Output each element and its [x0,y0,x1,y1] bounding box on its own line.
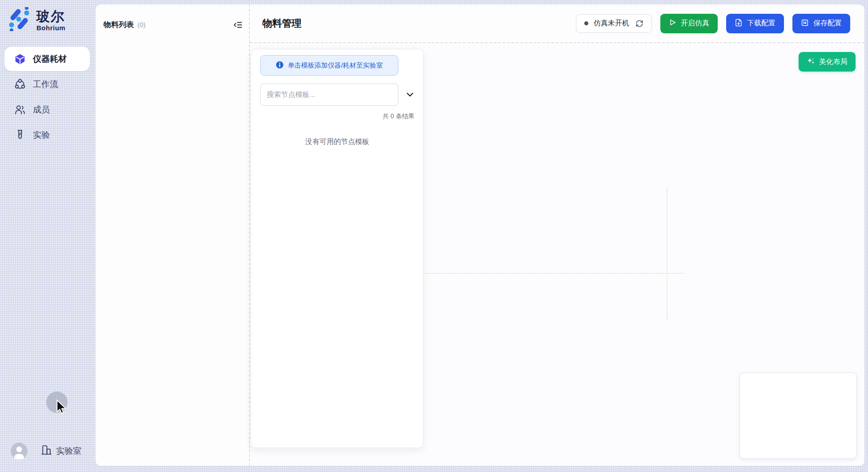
start-simulation-label: 开启仿真 [681,19,709,28]
lab-entry-label: 实验室 [56,445,81,457]
file-download-icon [735,19,743,28]
content-pane: 物料管理 仿真未开机 [250,4,864,466]
cube-icon [14,53,26,65]
beautify-layout-label: 美化布局 [819,57,848,67]
info-banner-text: 单击模板添加仪器/耗材至实验室 [288,61,383,70]
sidebar-item-label: 成员 [33,104,50,116]
sidebar-item-workflow[interactable]: 工作流 [4,72,90,96]
brand-name-en: Bohrium [36,24,65,32]
user-avatar[interactable] [11,443,28,460]
node-template-panel: 单击模板添加仪器/耗材至实验室 共 0 条结果 [251,49,423,448]
flow-canvas[interactable]: 单击模板添加仪器/耗材至实验室 共 0 条结果 [250,43,864,466]
sparkles-icon [807,57,815,67]
main-panel: 物料列表 (0) 物料管理 仿真未开机 [96,4,864,466]
canvas-guide-line-vertical [667,188,667,320]
lab-entry[interactable]: 实验室 [41,444,81,458]
page-title: 物料管理 [262,17,301,30]
start-simulation-button[interactable]: 开启仿真 [660,14,718,33]
canvas-guide-line-horizontal [425,273,683,274]
status-dot [584,21,588,25]
search-template-input[interactable] [260,84,398,106]
materials-list-count: (0) [137,21,145,28]
materials-list-title: 物料列表 [104,20,134,30]
sidebar-item-label: 仪器耗材 [33,53,67,65]
sidebar-menu: 仪器耗材 工作流 成员 [4,47,90,148]
info-icon [276,61,284,70]
save-config-label: 保存配置 [813,19,842,28]
header-actions: 仿真未开机 [576,14,850,33]
users-icon [14,104,26,116]
workflow-icon [14,79,26,90]
beautify-layout-button[interactable]: 美化布局 [799,52,856,72]
save-icon [801,19,809,28]
refresh-icon[interactable] [635,20,643,28]
materials-list-pane: 物料列表 (0) [96,4,250,466]
simulation-status-label: 仿真未开机 [594,19,629,28]
sidebar-item-label: 工作流 [33,79,58,90]
brand-logo[interactable]: 玻尔 Bohrium [7,7,65,33]
result-count: 共 0 条结果 [260,112,414,120]
info-banner[interactable]: 单击模板添加仪器/耗材至实验室 [260,55,398,76]
building-icon [41,444,52,458]
simulation-status-pill: 仿真未开机 [576,14,652,33]
download-config-label: 下载配置 [747,19,776,28]
brand-name-cn: 玻尔 [36,9,65,24]
chevron-down-icon[interactable] [405,89,415,100]
bohrium-logo-icon [7,7,31,33]
content-header: 物料管理 仿真未开机 [250,4,864,43]
play-icon [669,19,676,28]
test-tube-icon [14,129,26,141]
sidebar-item-label: 实验 [33,129,50,141]
empty-template-text: 没有可用的节点模板 [260,137,414,147]
collapse-list-icon[interactable] [233,20,243,30]
download-config-button[interactable]: 下载配置 [726,14,784,33]
mouse-cursor [55,400,68,417]
sidebar-footer: 实验室 [11,443,81,460]
sidebar-item-members[interactable]: 成员 [4,97,90,122]
minimap[interactable] [739,372,857,459]
sidebar-item-instruments[interactable]: 仪器耗材 [4,47,90,71]
save-config-button[interactable]: 保存配置 [792,14,850,33]
sidebar-item-experiments[interactable]: 实验 [4,123,90,147]
